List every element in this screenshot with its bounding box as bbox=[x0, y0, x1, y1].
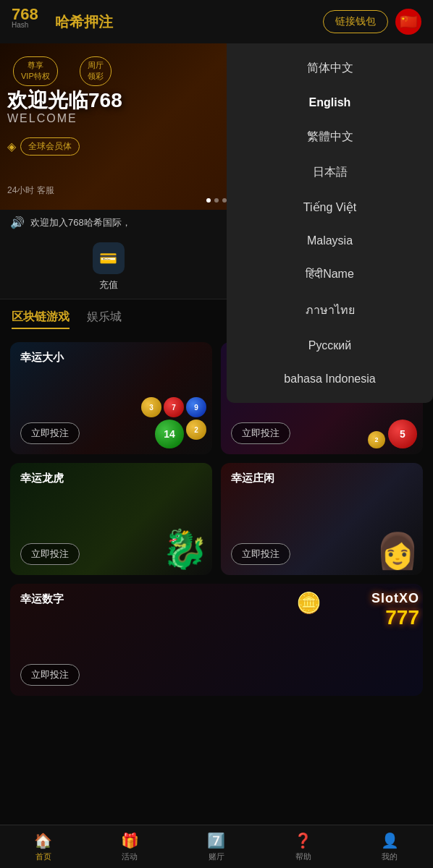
nav-profile-label: 我的 bbox=[382, 851, 398, 862]
banner-member-text: 全球会员体 bbox=[20, 137, 80, 156]
marquee-text: 欢迎加入768哈希国际， bbox=[30, 216, 131, 229]
game-lucky-combo-btn[interactable]: 立即投注 bbox=[231, 422, 290, 444]
combo-ball-1: 2 bbox=[368, 431, 385, 448]
game-card-lucky-baccarat[interactable]: 幸运庄闲 立即投注 👩 bbox=[221, 463, 423, 575]
slotxo-777: 777 bbox=[371, 606, 419, 629]
bottom-nav: 🏠 首页 🎁 活动 7️⃣ 赌厅 ❓ 帮助 👤 我的 bbox=[0, 825, 433, 868]
logo-box: 768 Hash bbox=[12, 7, 49, 37]
banner-service: 24小时 客服 bbox=[7, 184, 54, 197]
banner-badge-weekly: 周厅 领彩 bbox=[80, 56, 112, 86]
lang-item-simplified-chinese[interactable]: 简体中文 bbox=[227, 51, 433, 86]
nav-casino-label: 赌厅 bbox=[209, 851, 224, 862]
slotxo-title: SlotXO bbox=[371, 591, 419, 606]
game-lucky-size-btn[interactable]: 立即投注 bbox=[20, 422, 80, 444]
banner-member: ◈ 全球会员体 bbox=[7, 137, 80, 156]
combo-ball-large: 5 bbox=[388, 420, 417, 448]
lang-item-traditional-chinese[interactable]: 繁體中文 bbox=[227, 119, 433, 155]
game-lucky-baccarat-name: 幸运庄闲 bbox=[231, 472, 274, 485]
game-card-lucky-size[interactable]: 幸运大小 立即投注 3 7 9 14 2 bbox=[10, 342, 212, 454]
flag-icon: 🇨🇳 bbox=[400, 13, 418, 30]
ball-3: 9 bbox=[186, 397, 206, 417]
game-lucky-number-btn[interactable]: 立即投注 bbox=[20, 664, 80, 686]
casino-icon: 7️⃣ bbox=[207, 832, 225, 849]
banner-welcome: WELCOME bbox=[7, 112, 77, 125]
flag-button[interactable]: 🇨🇳 bbox=[395, 9, 421, 35]
nav-help-label: 帮助 bbox=[295, 851, 311, 862]
dot-1 bbox=[206, 198, 211, 203]
nav-casino[interactable]: 7️⃣ 赌厅 bbox=[173, 825, 260, 868]
baccarat-decoration: 👩 bbox=[376, 531, 419, 571]
game-lucky-size-name: 幸运大小 bbox=[20, 351, 64, 365]
slotxo-decoration: SlotXO 777 bbox=[371, 591, 419, 629]
deposit-label: 充值 bbox=[99, 278, 118, 292]
balls-decoration: 3 7 9 14 2 bbox=[134, 397, 206, 448]
nav-activity[interactable]: 🎁 活动 bbox=[87, 825, 174, 868]
dot-2 bbox=[214, 198, 219, 203]
dragon-icon: 🐉 bbox=[161, 527, 209, 571]
tab-entertainment[interactable]: 娱乐城 bbox=[87, 310, 122, 329]
lang-item-malaysia[interactable]: Malaysia bbox=[227, 224, 433, 258]
game-card-lucky-number[interactable]: 幸运数字 立即投注 SlotXO 777 🪙 bbox=[10, 584, 423, 696]
ball-large: 14 bbox=[155, 420, 184, 448]
game-grid-full: 幸运数字 立即投注 SlotXO 777 🪙 bbox=[0, 584, 433, 705]
wallet-button[interactable]: 链接钱包 bbox=[323, 10, 388, 33]
nav-activity-label: 活动 bbox=[122, 851, 138, 862]
nav-home-label: 首页 bbox=[35, 851, 51, 862]
banner-badge-vip: 尊享 VIP特权 bbox=[13, 56, 58, 86]
game-card-lucky-dragon[interactable]: 幸运龙虎 立即投注 🐉 bbox=[10, 463, 212, 575]
help-icon: ❓ bbox=[294, 832, 312, 849]
lang-item-japanese[interactable]: 日本語 bbox=[227, 155, 433, 190]
deposit-icon: 💳 bbox=[99, 250, 117, 267]
nav-spacer bbox=[0, 705, 433, 748]
lang-item-indonesian[interactable]: bahasa Indonesia bbox=[227, 362, 433, 396]
nav-help[interactable]: ❓ 帮助 bbox=[260, 825, 347, 868]
activity-icon: 🎁 bbox=[121, 832, 139, 849]
home-icon: 🏠 bbox=[34, 832, 52, 849]
lang-item-english[interactable]: English bbox=[227, 86, 433, 119]
nav-home[interactable]: 🏠 首页 bbox=[0, 825, 87, 868]
lang-item-vietnamese[interactable]: Tiếng Việt bbox=[227, 190, 433, 224]
lang-item-russian[interactable]: Русский bbox=[227, 329, 433, 362]
tab-blockchain-games[interactable]: 区块链游戏 bbox=[12, 310, 70, 329]
lang-item-thai[interactable]: ภาษาไทย bbox=[227, 291, 433, 329]
combo-balls: 2 5 bbox=[368, 420, 417, 448]
game-lucky-dragon-btn[interactable]: 立即投注 bbox=[20, 543, 80, 565]
banner-dots bbox=[206, 198, 227, 203]
game-lucky-number-name: 幸运数字 bbox=[20, 592, 64, 606]
deposit-icon-wrap: 💳 bbox=[93, 242, 125, 274]
ball-4: 2 bbox=[186, 420, 206, 440]
language-dropdown: 简体中文 English 繁體中文 日本語 Tiếng Việt Malaysi… bbox=[227, 43, 433, 403]
logo-text: 哈希押注 bbox=[55, 12, 113, 32]
ball-2: 7 bbox=[164, 397, 184, 417]
header-right: 链接钱包 🇨🇳 bbox=[323, 9, 421, 35]
ball-1: 3 bbox=[141, 397, 161, 417]
profile-icon: 👤 bbox=[381, 832, 399, 849]
header: 768 Hash 哈希押注 链接钱包 🇨🇳 bbox=[0, 0, 433, 43]
logo-area: 768 Hash 哈希押注 bbox=[12, 7, 113, 37]
banner-main-text: 欢迎光临768 bbox=[7, 87, 122, 114]
coins-decoration: 🪙 bbox=[296, 591, 321, 615]
logo-number: 768 bbox=[12, 7, 49, 22]
action-deposit[interactable]: 💳 充值 bbox=[0, 242, 216, 292]
lang-item-hindi[interactable]: हिंदीName bbox=[227, 258, 433, 291]
nav-profile[interactable]: 👤 我的 bbox=[346, 825, 433, 868]
game-lucky-baccarat-btn[interactable]: 立即投注 bbox=[231, 543, 290, 565]
game-lucky-dragon-name: 幸运龙虎 bbox=[20, 472, 64, 485]
volume-icon: 🔊 bbox=[10, 216, 25, 229]
